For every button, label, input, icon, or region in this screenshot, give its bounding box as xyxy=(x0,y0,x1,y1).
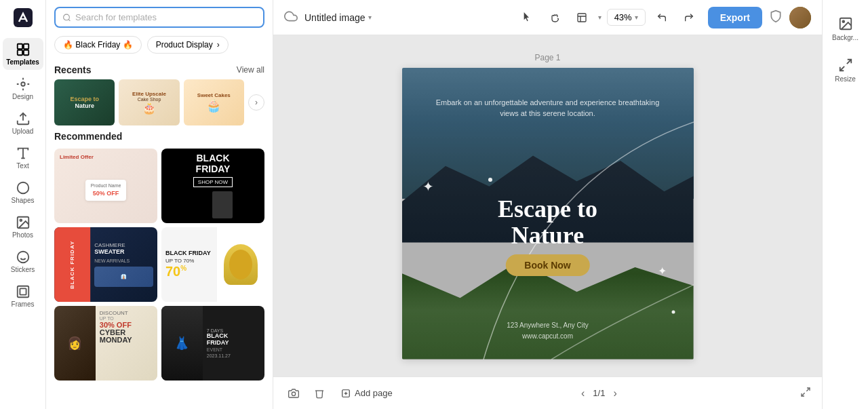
toolbar: Untitled image ▾ ▾ xyxy=(273,0,822,35)
svg-point-12 xyxy=(17,252,28,263)
page-label: Page 1 xyxy=(534,53,560,62)
right-panel-resize[interactable]: Resize xyxy=(825,52,866,88)
camera-icon[interactable] xyxy=(284,384,303,403)
expand-icon[interactable] xyxy=(800,387,811,400)
search-input-wrapper[interactable] xyxy=(54,7,264,28)
view-all-link[interactable]: View all xyxy=(237,65,264,75)
canvas-title-line2: Nature xyxy=(402,222,694,250)
template-card-cyber-monday[interactable]: 👩 DISCOUNT UP TO 30% OFF CYBER MONDAY xyxy=(54,306,157,381)
right-panel: Backgr... Resize xyxy=(822,0,868,409)
page-indicator: 1/1 xyxy=(593,388,605,398)
sidebar-item-stickers[interactable]: Stickers xyxy=(3,246,43,277)
templates-scroll[interactable]: Recents View all Escape to Nature Elite … xyxy=(46,59,273,409)
template-card-bf-dark[interactable]: 👗 7 DAYS BLACK FRIDAY EVENT 2023.11.27 xyxy=(161,306,264,381)
hand-tool-btn[interactable] xyxy=(544,7,566,28)
redo-btn[interactable] xyxy=(678,7,700,28)
right-panel-background[interactable]: Backgr... xyxy=(825,11,866,47)
page-current: 1 xyxy=(593,388,597,398)
add-page-btn[interactable]: Add page xyxy=(336,385,398,401)
recent-template-nature[interactable]: Escape to Nature xyxy=(54,79,115,125)
svg-rect-1 xyxy=(17,44,22,49)
search-bar xyxy=(46,0,273,32)
user-avatar[interactable] xyxy=(789,7,811,28)
bottom-center: ‹ 1/1 › xyxy=(406,387,792,400)
doc-title[interactable]: Untitled image ▾ xyxy=(304,12,372,23)
sidebar-item-design[interactable]: Design xyxy=(3,73,43,104)
svg-rect-0 xyxy=(14,8,33,27)
canvas-website: www.capcut.com xyxy=(402,331,694,342)
svg-point-17 xyxy=(64,14,70,20)
zoom-dropdown-icon: ▾ xyxy=(635,14,638,21)
zoom-selector[interactable]: 43% ▾ xyxy=(607,9,646,26)
delete-icon[interactable] xyxy=(310,384,329,403)
recommended-title: Recommended xyxy=(54,131,122,142)
canvas-title-line1: Escape to xyxy=(402,196,694,223)
background-icon xyxy=(838,16,853,31)
sidebar-item-frames[interactable]: Frames xyxy=(3,280,43,312)
filter-tags-row: 🔥 Black Friday 🔥 Product Display › xyxy=(46,32,273,59)
sidebar-item-photos[interactable]: Photos xyxy=(3,211,43,243)
svg-rect-2 xyxy=(23,44,28,49)
template-card-product-orange[interactable]: Limited Offer Product Name 50% OFF xyxy=(54,149,157,223)
template-card-black-friday[interactable]: BLACK FRIDAY SHOP NOW xyxy=(161,149,264,223)
search-input[interactable] xyxy=(75,12,256,22)
add-page-icon xyxy=(341,389,351,398)
prev-page-btn[interactable]: ‹ xyxy=(581,387,585,400)
bottom-bar: Add page ‹ 1/1 › xyxy=(273,376,822,409)
search-icon xyxy=(62,13,71,22)
zoom-value: 43% xyxy=(614,12,632,22)
recents-section-header: Recents View all xyxy=(54,59,264,79)
filter-tag-black-friday[interactable]: 🔥 Black Friday 🔥 xyxy=(54,36,142,54)
book-now-button[interactable]: Book Now xyxy=(505,254,589,276)
resize-icon xyxy=(838,58,853,73)
recents-title: Recents xyxy=(54,64,91,75)
add-page-label: Add page xyxy=(355,388,393,398)
svg-point-11 xyxy=(20,219,22,221)
select-tool-btn[interactable] xyxy=(517,7,538,28)
svg-line-18 xyxy=(68,19,70,20)
svg-point-22 xyxy=(292,392,295,395)
sidebar-item-shapes[interactable]: Shapes xyxy=(3,176,43,208)
canvas-frame[interactable]: ✦ ✦ Embark on an unforgettable adventure… xyxy=(402,68,694,359)
template-card-bf-yellow[interactable]: BLACK FRIDAY UP TO 70% 70% xyxy=(161,227,264,302)
svg-point-5 xyxy=(21,82,25,86)
template-card-cashmere[interactable]: BLACK FRIDAY CASHMERE SWEATER NEW ARRIVA… xyxy=(54,227,157,302)
canvas-main-title: Escape to Nature xyxy=(402,196,694,250)
canvas-footer: 123 Anywhere St., Any City www.capcut.co… xyxy=(402,320,694,342)
sidebar-item-templates[interactable]: Templates xyxy=(3,38,43,70)
app-logo[interactable] xyxy=(11,5,35,30)
main-area: Untitled image ▾ ▾ xyxy=(273,0,822,409)
toolbar-right: Export xyxy=(708,7,811,28)
templates-panel: 🔥 Black Friday 🔥 Product Display › Recen… xyxy=(46,0,273,409)
undo-btn[interactable] xyxy=(651,7,673,28)
filter-tag-product-display[interactable]: Product Display › xyxy=(147,36,229,54)
sidebar-item-text[interactable]: Text xyxy=(3,142,43,174)
recent-template-cake[interactable]: Elite Upscale Cake Shop 🎂 xyxy=(119,79,179,125)
recents-next-btn[interactable]: › xyxy=(248,94,264,111)
svg-rect-15 xyxy=(17,286,28,298)
recents-row: Escape to Nature Elite Upscale Cake Shop… xyxy=(54,79,264,125)
title-dropdown-icon: ▾ xyxy=(368,14,372,21)
svg-point-9 xyxy=(17,182,28,194)
sidebar-item-upload[interactable]: Upload xyxy=(3,107,43,139)
star-bottom-right: ✦ xyxy=(658,265,667,277)
resize-label: Resize xyxy=(835,75,856,83)
bottom-left: Add page xyxy=(284,384,398,403)
background-label: Backgr... xyxy=(832,34,859,41)
svg-rect-3 xyxy=(17,50,22,55)
next-page-btn[interactable]: › xyxy=(613,387,616,400)
export-button[interactable]: Export xyxy=(708,7,762,28)
recommended-grid: Limited Offer Product Name 50% OFF BLACK… xyxy=(54,149,264,381)
recent-template-cupcake[interactable]: Sweet Cakes 🧁 xyxy=(184,79,244,125)
canvas-area: Page 1 ✦ ✦ Embark on an unforgettable ad… xyxy=(273,35,822,376)
layout-tool-btn[interactable] xyxy=(571,7,593,28)
layout-dropdown-icon: ▾ xyxy=(598,14,601,21)
shield-icon[interactable] xyxy=(769,9,783,26)
svg-rect-19 xyxy=(578,14,586,22)
toolbar-tools: ▾ 43% ▾ xyxy=(517,7,700,28)
bottom-right xyxy=(800,387,811,400)
cloud-save-icon[interactable] xyxy=(284,9,298,26)
star-top-left: ✦ xyxy=(422,178,434,195)
chevron-right-icon: › xyxy=(217,40,220,50)
svg-rect-16 xyxy=(20,288,26,294)
